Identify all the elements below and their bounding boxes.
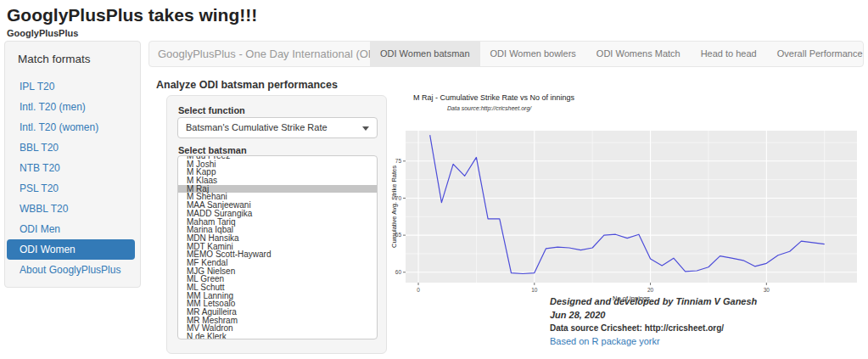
strike-rate-line-chart: 606570750102030No of inningsCumulative A… xyxy=(390,111,868,302)
navbar: GooglyPlusPlus - One Day International (… xyxy=(148,41,864,67)
yorkr-package-link[interactable]: Based on R package yorkr xyxy=(550,336,660,346)
credit-datasource: Data source Cricsheet: http://cricsheet.… xyxy=(550,323,724,333)
function-dropdown-value: Batsman's Cumulative Strike Rate xyxy=(186,118,328,137)
sidebar-item-intl-t20-men-[interactable]: Intl. T20 (men) xyxy=(7,97,135,117)
sidebar-item-ntb-t20[interactable]: NTB T20 xyxy=(7,158,135,178)
tab-odi-women-batsman[interactable]: ODI Women batsman xyxy=(370,42,480,66)
app-page: GooglyPlusPlus takes wing!!! GooglyPlusP… xyxy=(0,0,868,359)
batsman-listbox[interactable]: M du PreezM JoshiM KappM KlaasM RajM She… xyxy=(177,155,378,339)
tab-head-to-head[interactable]: Head to head xyxy=(691,42,767,66)
chart-subtitle: Data source:http://cricsheet.org/ xyxy=(447,105,531,111)
sidebar-list: IPL T20Intl. T20 (men)Intl. T20 (women)B… xyxy=(5,76,140,280)
app-brand: GooglyPlusPlus xyxy=(7,28,78,38)
sidebar-match-formats: Match formats IPL T20Intl. T20 (men)Intl… xyxy=(4,41,141,288)
tab-overall-performance[interactable]: Overall Performance xyxy=(767,42,868,66)
credit-author: Designed and developed by Tinniam V Gane… xyxy=(550,296,757,306)
plot-panel xyxy=(406,131,857,283)
y-tick-label: 60 xyxy=(395,269,402,275)
function-dropdown[interactable]: Batsman's Cumulative Strike Rate xyxy=(177,117,378,138)
sidebar-item-bbl-t20[interactable]: BBL T20 xyxy=(7,137,135,158)
x-tick-label: 0 xyxy=(417,287,420,293)
sidebar-item-odi-men[interactable]: ODI Men xyxy=(7,219,135,239)
section-heading: Analyze ODI batsman performances xyxy=(156,79,338,91)
batsman-list: M du PreezM JoshiM KappM KlaasM RajM She… xyxy=(178,155,377,339)
x-tick-label: 30 xyxy=(764,287,770,293)
page-title: GooglyPlusPlus takes wing!!! xyxy=(7,5,257,25)
select-function-label: Select function xyxy=(178,105,245,115)
sidebar-item-about-googlyplusplus[interactable]: About GooglyPlusPlus xyxy=(7,260,135,280)
chevron-down-icon xyxy=(362,126,369,131)
batsman-option[interactable]: N de Klerk xyxy=(178,333,377,339)
chart-title: M Raj - Cumulative Strike Rate vs No of … xyxy=(413,93,574,102)
x-tick-label: 20 xyxy=(647,287,654,293)
tab-odi-women-bowlers[interactable]: ODI Women bowlers xyxy=(480,42,586,66)
sidebar-item-wbbl-t20[interactable]: WBBL T20 xyxy=(7,199,135,219)
sidebar-item-odi-women[interactable]: ODI Women xyxy=(7,239,135,260)
select-batsman-label: Select batsman xyxy=(178,145,247,155)
credit-date: Jun 28, 2020 xyxy=(550,310,605,320)
sidebar-item-intl-t20-women-[interactable]: Intl. T20 (women) xyxy=(7,117,135,137)
tab-bar: ODI Women batsmanODI Women bowlersODI Wo… xyxy=(370,42,868,66)
controls-panel: Select function Batsman's Cumulative Str… xyxy=(166,95,387,354)
y-axis-title: Cumulative Avg. Strike Rates xyxy=(390,165,398,248)
x-tick-label: 10 xyxy=(531,287,538,293)
sidebar-item-ipl-t20[interactable]: IPL T20 xyxy=(7,76,135,97)
y-tick-label: 75 xyxy=(395,158,402,164)
sidebar-header: Match formats xyxy=(18,53,91,65)
tab-odi-womens-match[interactable]: ODI Womens Match xyxy=(586,42,691,66)
sidebar-item-psl-t20[interactable]: PSL T20 xyxy=(7,178,135,199)
